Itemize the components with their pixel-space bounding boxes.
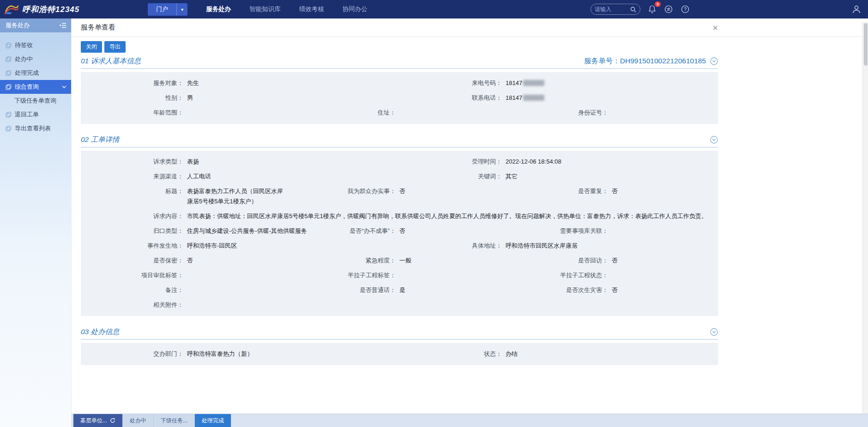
top-navbar: 呼和浩特12345 门户 ▾ 服务处办智能知识库绩效考核协同办公 9 ? bbox=[0, 0, 868, 18]
bottom-tab-label: 基层单位... bbox=[80, 417, 107, 425]
field-row: 归口类型：住房与城乡建设-公共服务-供暖-其他供暖服务是否“办不成事”：否需要事… bbox=[81, 224, 718, 238]
sidebar-item[interactable]: 退回工单 bbox=[0, 108, 71, 122]
field: 是否“办不成事”：否 bbox=[293, 224, 506, 238]
field-value: 表扬富泰热力工作人员（回民区水岸康居5号楼5单元1楼东户） bbox=[187, 186, 293, 207]
field: 性别：男 bbox=[81, 91, 399, 105]
sidebar-item[interactable]: 处理完成 bbox=[0, 66, 71, 80]
redacted-blur bbox=[523, 95, 544, 101]
sidebar-header-label: 服务处办 bbox=[6, 21, 30, 30]
field-label: 是否次生灾害： bbox=[506, 285, 608, 295]
scrollbar-thumb[interactable] bbox=[864, 23, 868, 66]
field-label: 相关附件： bbox=[81, 300, 183, 310]
field-row: 诉求内容：市民表扬：供暖地址：回民区水岸康居5号楼5单元1楼东户，供暖阀门有异响… bbox=[81, 209, 718, 224]
sidebar-item[interactable]: 处办中 bbox=[0, 52, 71, 66]
search-icon[interactable] bbox=[630, 6, 636, 12]
field: 具体地址：呼和浩特市回民区水岸康居 bbox=[399, 238, 718, 253]
field-value: 18147 bbox=[506, 93, 718, 103]
section-collapse-icon[interactable] bbox=[710, 136, 718, 144]
field: 是否重复：否 bbox=[506, 184, 718, 199]
app-logo-icon bbox=[5, 3, 18, 15]
sidebar-item-label: 退回工单 bbox=[15, 110, 39, 119]
field: 我为群众办实事：否 bbox=[293, 184, 506, 199]
field: 是否保密：否 bbox=[81, 253, 293, 268]
field-label: 是否回访： bbox=[506, 256, 608, 266]
chevron-down-icon[interactable]: ▾ bbox=[176, 3, 187, 16]
field-label: 交办部门： bbox=[81, 349, 183, 359]
sidebar-item[interactable]: 综合查询 bbox=[0, 80, 71, 94]
bottom-tab[interactable]: 基层单位... bbox=[73, 414, 123, 427]
field: 标题：表扬富泰热力工作人员（回民区水岸康居5号楼5单元1楼东户） bbox=[81, 184, 293, 209]
field: 年龄范围： bbox=[81, 105, 293, 120]
section-title: 01 诉求人基本信息 bbox=[81, 56, 141, 66]
field-label: 归口类型： bbox=[81, 226, 183, 236]
field: 事件发生地：呼和浩特市-回民区 bbox=[81, 238, 399, 253]
section-collapse-icon[interactable] bbox=[710, 57, 718, 65]
field-row: 项目审批标签：半拉子工程标签：半拉子工程状态： bbox=[81, 268, 718, 283]
app-window: 呼和浩特12345 门户 ▾ 服务处办智能知识库绩效考核协同办公 9 ? bbox=[0, 0, 868, 427]
field-label: 年龄范围： bbox=[81, 108, 183, 118]
field-row: 年龄范围：住址：身份证号： bbox=[81, 105, 718, 120]
section-02: 02 工单详情诉求类型：表扬受理时间：2022-12-06 18:54:08来源… bbox=[81, 135, 868, 316]
sidebar-item[interactable]: 待签收 bbox=[0, 38, 71, 52]
section-body: 诉求类型：表扬受理时间：2022-12-06 18:54:08来源渠道：人工电话… bbox=[81, 151, 718, 316]
bottom-tab-label: 处办中 bbox=[130, 417, 146, 425]
field-label: 诉求内容： bbox=[81, 211, 183, 221]
field: 是否普通话：是 bbox=[293, 283, 506, 298]
panel-header: 服务单查看 × bbox=[72, 18, 868, 37]
field-value: 一般 bbox=[399, 256, 506, 266]
field-value: 呼和浩特市回民区水岸康居 bbox=[506, 241, 718, 251]
section-header: 02 工单详情 bbox=[81, 135, 718, 147]
field-value: 否 bbox=[612, 186, 718, 196]
field-value: 男 bbox=[187, 93, 399, 103]
help-icon[interactable]: ? bbox=[680, 4, 690, 14]
search-input[interactable] bbox=[595, 6, 630, 12]
field-label: 来电号码： bbox=[399, 78, 502, 88]
field-row: 事件发生地：呼和浩特市-回民区具体地址：呼和浩特市回民区水岸康居 bbox=[81, 238, 718, 253]
nav-item-0[interactable]: 服务处办 bbox=[206, 0, 231, 18]
nav-item-2[interactable]: 绩效考核 bbox=[299, 0, 324, 18]
field-label: 关键词： bbox=[399, 171, 502, 182]
field-row: 是否保密：否紧急程度：一般是否回访：否 bbox=[81, 253, 718, 268]
close-button[interactable]: 关闭 bbox=[81, 41, 102, 53]
field-label: 性别： bbox=[81, 93, 183, 103]
search-box[interactable] bbox=[591, 4, 640, 15]
field: 需要事项库关联： bbox=[506, 224, 718, 238]
field: 来电号码：18147 bbox=[399, 76, 718, 91]
service-exchange-icon[interactable] bbox=[663, 4, 674, 14]
portal-menu-button[interactable]: 门户 ▾ bbox=[148, 3, 187, 16]
sidebar-collapse-icon[interactable] bbox=[59, 23, 66, 28]
document-icon bbox=[6, 112, 12, 118]
sidebar-subitem[interactable]: 下级任务单查询 bbox=[0, 94, 71, 108]
notification-bell-icon[interactable]: 9 bbox=[647, 4, 657, 14]
bottom-tab[interactable]: 下级任务... bbox=[154, 414, 195, 427]
bottom-tab-label: 处理完成 bbox=[202, 417, 224, 425]
nav-item-1[interactable]: 智能知识库 bbox=[249, 0, 281, 18]
section-body: 服务对象：先生来电号码：18147性别：男联系电话：18147年龄范围：住址：身… bbox=[81, 72, 718, 124]
export-button[interactable]: 导出 bbox=[104, 41, 126, 53]
bottom-tab[interactable]: 处办中 bbox=[123, 414, 154, 427]
section-title: 02 工单详情 bbox=[81, 135, 120, 145]
field-row: 诉求类型：表扬受理时间：2022-12-06 18:54:08 bbox=[81, 154, 718, 169]
field-value: 人工电话 bbox=[187, 171, 399, 182]
field-label: 身份证号： bbox=[506, 108, 608, 118]
nav-item-3[interactable]: 协同办公 bbox=[343, 0, 368, 18]
field-row: 来源渠道：人工电话关键词：其它 bbox=[81, 169, 718, 184]
bottom-tab[interactable]: 处理完成 bbox=[195, 414, 231, 427]
field-label: 是否“办不成事”： bbox=[293, 226, 396, 236]
section-collapse-icon[interactable] bbox=[710, 328, 718, 336]
section-header: 01 诉求人基本信息服务单号：DH9915010022120610185 bbox=[81, 56, 718, 69]
sidebar-item[interactable]: 导出查看列表 bbox=[0, 122, 71, 135]
field: 归口类型：住房与城乡建设-公共服务-供暖-其他供暖服务 bbox=[81, 224, 293, 238]
field-value: 否 bbox=[612, 285, 718, 295]
field-value: 18147 bbox=[506, 78, 718, 88]
field: 身份证号： bbox=[506, 105, 718, 120]
user-profile-icon[interactable] bbox=[851, 4, 862, 14]
vertical-scrollbar[interactable] bbox=[862, 22, 868, 414]
sidebar-item-label: 处办中 bbox=[15, 55, 33, 63]
sidebar-item-label: 处理完成 bbox=[15, 69, 39, 77]
field-label: 状态： bbox=[399, 349, 502, 359]
close-icon[interactable]: × bbox=[712, 23, 718, 32]
field: 关键词：其它 bbox=[399, 169, 718, 184]
document-icon bbox=[6, 126, 12, 132]
section-body: 交办部门：呼和浩特富泰热力（新）状态：办结 bbox=[81, 343, 718, 365]
